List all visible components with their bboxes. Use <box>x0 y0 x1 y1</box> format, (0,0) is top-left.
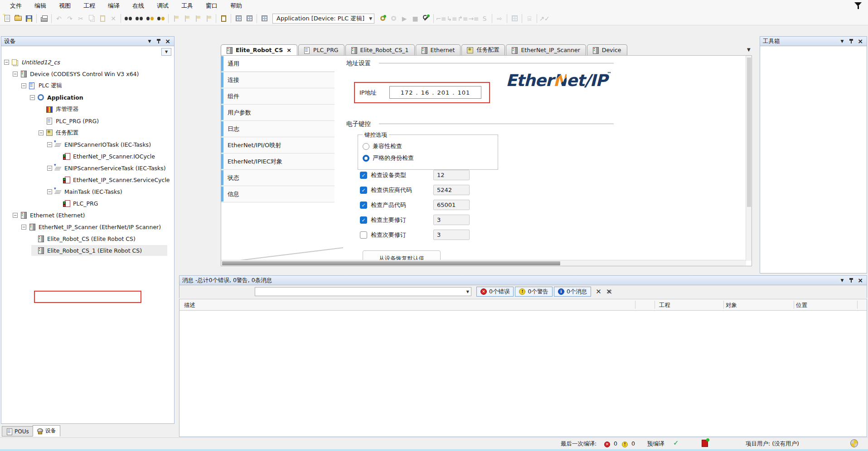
filter-info-button[interactable]: i0个消息 <box>554 287 591 297</box>
menu-item-7[interactable]: 工具 <box>175 0 199 12</box>
replace-objects-icon[interactable] <box>156 14 166 24</box>
keying-check-0[interactable]: ✓检查设备类型 <box>360 171 406 179</box>
find-icon[interactable] <box>123 14 133 24</box>
run-to-cursor-icon[interactable]: →≡ <box>469 14 479 24</box>
menu-item-2[interactable]: 视图 <box>53 0 77 12</box>
step-over-icon[interactable]: ⌐≡ <box>436 14 446 24</box>
keying-check-3[interactable]: ✓检查主要修订 <box>360 216 406 224</box>
delete-icon[interactable]: ✕ <box>108 14 118 24</box>
filter-icon[interactable] <box>853 2 863 10</box>
radio-icon[interactable] <box>363 143 369 150</box>
messages-close-icon[interactable]: × <box>857 277 864 284</box>
find-objects-icon[interactable] <box>145 14 155 24</box>
tree-item[interactable]: −Untitled12_cs <box>1 56 174 68</box>
editor-nav-通用[interactable]: 通用 <box>221 56 335 72</box>
menu-item-3[interactable]: 工程 <box>77 0 102 12</box>
devices-pin-icon[interactable] <box>155 38 162 45</box>
editor-tab-Elite_Robot_CS_1[interactable]: Elite_Robot_CS_1 <box>345 44 415 55</box>
editor-nav-状态[interactable]: 状态 <box>221 170 335 186</box>
redo-icon[interactable]: ↷ <box>65 14 75 24</box>
menu-item-9[interactable]: 帮助 <box>224 0 248 12</box>
step-out-icon[interactable]: ↱≡ <box>458 14 468 24</box>
tree-item[interactable]: −Device (CODESYS Control Win V3 x64) <box>1 68 174 80</box>
bottom-tab-POUs[interactable]: POUs <box>2 426 33 437</box>
filter-errors-button[interactable]: ✕0个错误 <box>476 287 514 297</box>
checkbox-icon[interactable]: ✓ <box>360 202 367 209</box>
tree-item[interactable]: 库管理器 <box>1 103 174 115</box>
editor-tab-任务配置[interactable]: 任务配置 <box>461 44 505 55</box>
start-icon[interactable]: ▶ <box>399 14 409 24</box>
build-icon[interactable] <box>233 14 243 24</box>
update-device-icon[interactable] <box>259 14 269 24</box>
tree-expander-icon[interactable]: − <box>13 72 18 77</box>
new-project-icon[interactable] <box>2 14 12 24</box>
input-assistant-icon[interactable] <box>218 14 228 24</box>
paste-icon[interactable] <box>97 14 107 24</box>
checkbox-icon[interactable]: ✓ <box>360 216 367 224</box>
replace-icon[interactable] <box>134 14 144 24</box>
save-icon[interactable] <box>24 14 34 24</box>
single-cycle-icon[interactable]: S <box>480 14 490 24</box>
tree-item[interactable]: −ENIPScannerIOTask (IEC-Tasks) <box>1 139 174 150</box>
tree-item[interactable]: −任务配置 <box>1 127 174 139</box>
keying-check-2[interactable]: ✓检查产品代码 <box>360 201 406 209</box>
generate-code-icon[interactable] <box>244 14 254 24</box>
tree-expander-icon[interactable]: − <box>39 130 44 135</box>
step-into-icon[interactable]: ↳≡ <box>447 14 457 24</box>
keying-value-field-3[interactable]: 3 <box>433 215 470 225</box>
copy-icon[interactable] <box>87 14 97 24</box>
editor-nav-日志[interactable]: 日志 <box>221 121 335 137</box>
open-project-icon[interactable] <box>13 14 23 24</box>
tree-expander-icon[interactable]: − <box>21 225 26 230</box>
column-header-位置[interactable]: 位置 <box>796 302 807 309</box>
editor-vertical-scrollbar[interactable] <box>746 56 752 261</box>
editor-tab-EtherNet_IP_Scanner[interactable]: EtherNet_IP_Scanner <box>506 44 586 55</box>
visualization-icon[interactable] <box>509 14 519 24</box>
tree-item[interactable]: Elite_Robot_CS_1 (Elite Robot CS) <box>1 245 174 256</box>
tree-expander-icon[interactable]: − <box>47 189 52 194</box>
editor-tab-Elite_Robot_CS[interactable]: Elite_Robot_CS× <box>221 44 297 55</box>
messages-dropdown-icon[interactable]: ▼ <box>839 277 846 284</box>
stop-icon[interactable]: ■ <box>410 14 420 24</box>
tab-close-icon[interactable]: × <box>286 47 291 53</box>
tree-expander-icon[interactable]: − <box>4 60 9 65</box>
tree-item[interactable]: −EtherNet_IP_Scanner (EtherNet/IP Scanne… <box>1 221 174 233</box>
clear-bookmarks-icon[interactable] <box>204 14 213 24</box>
tree-item[interactable]: −Ethernet (Ethernet) <box>1 209 174 221</box>
editor-horizontal-scrollbar[interactable] <box>221 260 746 266</box>
print-icon[interactable] <box>39 14 49 24</box>
prev-bookmark-icon[interactable] <box>182 14 192 24</box>
export-icon[interactable]: ↗✓ <box>539 14 549 24</box>
keying-value-field-0[interactable]: 12 <box>433 170 470 180</box>
force-values-icon[interactable]: ⇨ <box>495 14 504 24</box>
menu-item-0[interactable]: 文件 <box>4 0 28 12</box>
tree-expander-icon[interactable]: − <box>21 83 26 88</box>
checkbox-icon[interactable]: ✓ <box>360 187 367 194</box>
editor-nav-EtherNet/IPIEC对象[interactable]: EtherNet/IPIEC对象 <box>221 154 335 170</box>
tree-expander-icon[interactable]: − <box>47 142 52 147</box>
tree-item[interactable]: PLC_PRG <box>1 197 174 209</box>
editor-nav-EtherNet/IPI/O映射[interactable]: EtherNet/IPI/O映射 <box>221 137 335 154</box>
keying-check-4[interactable]: 检查次要修订 <box>360 231 406 239</box>
undo-icon[interactable]: ↶ <box>54 14 64 24</box>
tree-item[interactable]: PLC_PRG (PRG) <box>1 115 174 127</box>
ip-address-field[interactable]: 172.16.201.101 <box>389 86 481 99</box>
tree-item[interactable]: −MainTask (IEC-Tasks) <box>1 186 174 197</box>
bottom-tab-设备[interactable]: 设备 <box>33 425 60 437</box>
menu-item-5[interactable]: 在线 <box>126 0 150 12</box>
editor-nav-组件[interactable]: 组件 <box>221 88 335 105</box>
tree-expander-icon[interactable]: − <box>13 213 18 218</box>
vscroll-thumb[interactable] <box>747 58 751 207</box>
menu-item-4[interactable]: 编译 <box>102 0 126 12</box>
keying-radio-1[interactable]: 严格的身份检查 <box>363 154 414 162</box>
messages-pin-icon[interactable] <box>848 277 855 284</box>
menu-item-6[interactable]: 调试 <box>150 0 175 12</box>
clear-message-icon[interactable]: ✕ <box>596 288 601 296</box>
devices-dropdown-icon[interactable]: ▼ <box>146 38 153 45</box>
online-config-icon[interactable] <box>421 14 431 24</box>
keying-radio-0[interactable]: 兼容性检查 <box>363 142 402 150</box>
menu-item-1[interactable]: 编辑 <box>28 0 53 12</box>
toolbox-dropdown-icon[interactable]: ▼ <box>839 38 846 45</box>
tab-overflow-icon[interactable]: ▼ <box>747 47 751 52</box>
clear-all-messages-icon[interactable]: ✕ <box>606 288 612 296</box>
